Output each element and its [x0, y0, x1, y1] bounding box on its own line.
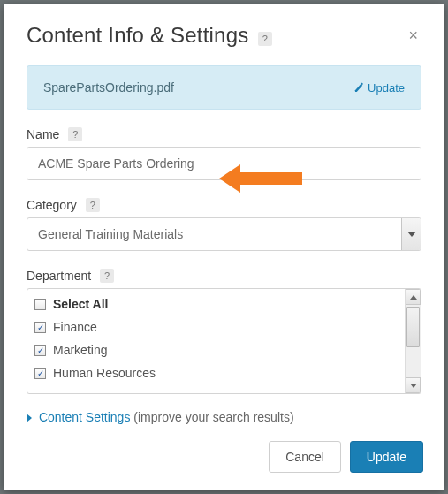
file-update-link[interactable]: Update — [354, 81, 405, 95]
select-all-row[interactable]: Select All — [34, 293, 401, 315]
scroll-up-icon[interactable] — [406, 289, 421, 305]
content-info-settings-modal: Content Info & Settings ? × SparePartsOr… — [4, 4, 444, 490]
name-input[interactable] — [27, 147, 421, 180]
name-label: Name — [27, 127, 59, 141]
modal-title-wrap: Content Info & Settings ? — [27, 23, 272, 48]
category-group: Category ? General Training Materials — [27, 198, 421, 251]
department-group: Department ? Select All ✓ Finance ✓ Mark… — [27, 269, 421, 394]
help-icon[interactable]: ? — [258, 32, 272, 46]
list-item[interactable]: ✓ Marketing — [34, 338, 401, 361]
checkbox-icon[interactable]: ✓ — [34, 322, 46, 333]
department-label: Department — [27, 269, 91, 283]
file-box: SparePartsOrdering.pdf Update — [27, 65, 421, 110]
list-item-label: Finance — [53, 320, 97, 334]
checkbox-icon[interactable] — [34, 299, 46, 310]
checkbox-icon[interactable]: ✓ — [34, 368, 46, 379]
list-item[interactable]: ✓ Human Resources — [34, 361, 401, 384]
help-icon[interactable]: ? — [100, 269, 114, 283]
modal-title: Content Info & Settings — [27, 23, 248, 47]
checkbox-icon[interactable]: ✓ — [34, 345, 46, 356]
update-button[interactable]: Update — [350, 441, 423, 473]
scroll-down-icon[interactable] — [406, 377, 421, 393]
department-listbox[interactable]: Select All ✓ Finance ✓ Marketing ✓ Human… — [27, 288, 421, 394]
name-group: Name ? — [27, 127, 421, 180]
caret-right-icon — [27, 414, 32, 422]
help-icon[interactable]: ? — [68, 127, 82, 141]
scrollbar[interactable] — [405, 289, 421, 393]
category-label: Category — [27, 198, 77, 212]
chevron-down-icon — [401, 218, 421, 250]
pencil-icon — [354, 82, 364, 94]
content-settings-link[interactable]: Content Settings — [39, 410, 131, 424]
scroll-track[interactable] — [406, 305, 421, 377]
category-select[interactable]: General Training Materials — [27, 217, 421, 251]
content-settings-hint: (improve your search results) — [133, 410, 293, 424]
content-settings-row: Content Settings (improve your search re… — [27, 410, 421, 424]
file-update-label: Update — [368, 81, 405, 95]
close-icon[interactable]: × — [405, 24, 421, 47]
category-selected: General Training Materials — [27, 227, 401, 241]
scroll-thumb[interactable] — [406, 307, 420, 347]
modal-footer: Cancel Update — [269, 441, 423, 473]
list-item-label: Human Resources — [53, 366, 156, 380]
file-name: SparePartsOrdering.pdf — [43, 80, 174, 95]
select-all-label: Select All — [53, 297, 109, 311]
list-item[interactable]: ✓ Finance — [34, 315, 401, 338]
help-icon[interactable]: ? — [86, 198, 100, 212]
list-item-label: Marketing — [53, 343, 107, 357]
cancel-button[interactable]: Cancel — [269, 441, 341, 473]
